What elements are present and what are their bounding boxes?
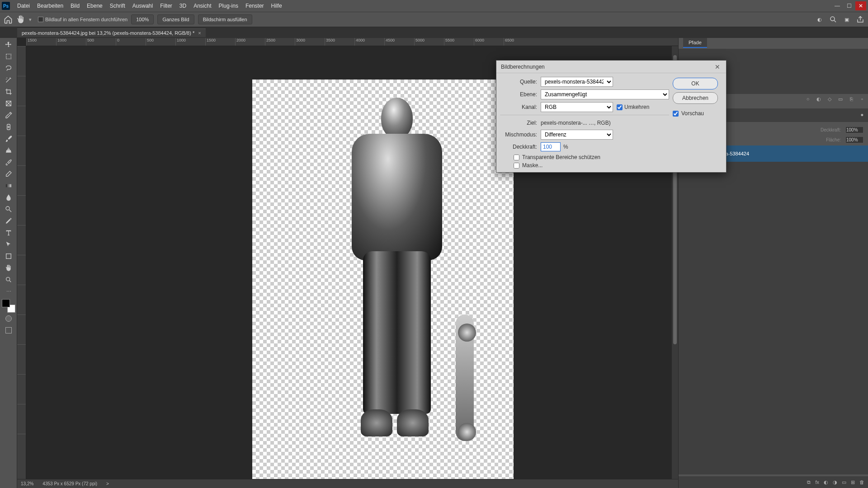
menu-filter[interactable]: Filter bbox=[156, 1, 176, 11]
clone-stamp-tool[interactable] bbox=[1, 145, 16, 156]
transparente-checkbox[interactable] bbox=[514, 155, 519, 160]
close-tab-icon[interactable]: × bbox=[198, 30, 201, 36]
hand-tool-icon[interactable] bbox=[16, 15, 25, 24]
link-icon[interactable]: ⎘ bbox=[847, 95, 855, 103]
opacity-label: Deckkraft: bbox=[821, 127, 841, 132]
marquee-tool[interactable] bbox=[1, 51, 16, 62]
quickmask-toggle[interactable] bbox=[1, 313, 16, 324]
brush-tool[interactable] bbox=[1, 133, 16, 145]
layers-list: els-monstera-5384424 bbox=[679, 145, 868, 474]
ruler-vertical[interactable] bbox=[17, 46, 26, 480]
menu-auswahl[interactable]: Auswahl bbox=[129, 1, 156, 11]
menu-schrift[interactable]: Schrift bbox=[106, 1, 129, 11]
folder-icon[interactable]: ▭ bbox=[836, 95, 844, 103]
dodge-tool[interactable] bbox=[1, 203, 16, 215]
vorschau-label: Vorschau bbox=[681, 110, 704, 117]
new-layer-icon[interactable]: ⊞ bbox=[851, 479, 855, 485]
umkehren-checkbox[interactable] bbox=[617, 104, 623, 110]
frame-tool[interactable] bbox=[1, 98, 16, 109]
crop-tool[interactable] bbox=[1, 86, 16, 98]
quelle-select[interactable]: pexels-monstera-5384424… bbox=[541, 77, 613, 87]
menu-ansicht[interactable]: Ansicht bbox=[190, 1, 215, 11]
zoom-tool[interactable] bbox=[1, 274, 16, 286]
mask-icon[interactable]: ◐ bbox=[815, 95, 823, 103]
document-tab[interactable]: pexels-monstera-5384424.jpg bei 13,2% (p… bbox=[17, 28, 206, 37]
close-button[interactable]: ✕ bbox=[855, 1, 866, 10]
toolbox: ⋯ bbox=[0, 38, 17, 488]
share-icon[interactable] bbox=[856, 15, 864, 23]
minimize-button[interactable]: — bbox=[832, 1, 843, 10]
healing-brush-tool[interactable] bbox=[1, 121, 16, 133]
menu-bearbeiten[interactable]: Bearbeiten bbox=[33, 1, 67, 11]
fx-icon[interactable]: fx bbox=[815, 479, 819, 485]
blur-tool[interactable] bbox=[1, 192, 16, 203]
screenmode-toggle[interactable] bbox=[1, 324, 16, 336]
ziel-label: Ziel: bbox=[500, 120, 541, 126]
deckkraft-label: Deckkraft: bbox=[500, 144, 541, 150]
ok-button[interactable]: OK bbox=[673, 78, 718, 89]
magic-wand-tool[interactable] bbox=[1, 74, 16, 86]
ebene-select[interactable]: Zusammengefügt bbox=[541, 89, 669, 99]
search-icon[interactable] bbox=[829, 15, 837, 23]
more-tools[interactable]: ⋯ bbox=[1, 286, 16, 297]
status-chevron-icon[interactable]: > bbox=[106, 481, 109, 486]
abbrechen-button[interactable]: Abbrechen bbox=[673, 92, 718, 104]
color-swatches[interactable] bbox=[2, 299, 15, 313]
umkehren-label: Umkehren bbox=[624, 104, 649, 110]
vorschau-checkbox[interactable] bbox=[673, 111, 679, 117]
eyedropper-tool[interactable] bbox=[1, 109, 16, 121]
menu-fenster[interactable]: Fenster bbox=[242, 1, 268, 11]
history-brush-tool[interactable] bbox=[1, 156, 16, 168]
opacity-input[interactable] bbox=[845, 127, 863, 133]
menu-hilfe[interactable]: Hilfe bbox=[268, 1, 286, 11]
lasso-tool[interactable] bbox=[1, 62, 16, 74]
mischmodus-select[interactable]: Differenz bbox=[541, 130, 613, 140]
fx-icon[interactable]: ▫ bbox=[858, 95, 866, 103]
link-layers-icon[interactable]: ⧉ bbox=[807, 479, 811, 485]
percent-label: % bbox=[563, 144, 568, 150]
ruler-horizontal[interactable]: 1500100050005001000150020002500300035004… bbox=[26, 38, 678, 46]
fill-screen-button[interactable]: Bildschirm ausfüllen bbox=[198, 14, 252, 24]
zoom-100-button[interactable]: 100% bbox=[131, 14, 154, 24]
adjustment-icon[interactable]: ◑ bbox=[833, 479, 837, 485]
dialog-close-icon[interactable]: ✕ bbox=[713, 63, 722, 71]
layers-footer: ⧉ fx ◐ ◑ ▭ ⊞ 🗑 bbox=[679, 476, 868, 488]
type-tool[interactable] bbox=[1, 227, 16, 239]
workspace-icon[interactable]: ▣ bbox=[843, 15, 851, 23]
menu-ebene[interactable]: Ebene bbox=[83, 1, 106, 11]
pen-tool[interactable] bbox=[1, 215, 16, 227]
fit-image-button[interactable]: Ganzes Bild bbox=[157, 14, 194, 24]
shape-tool[interactable] bbox=[1, 250, 16, 262]
menu-plugins[interactable]: Plug-ins bbox=[215, 1, 242, 11]
gradient-tool[interactable] bbox=[1, 180, 16, 192]
deckkraft-input[interactable] bbox=[541, 142, 561, 151]
transparente-label: Transparente Bereiche schützen bbox=[522, 154, 600, 160]
hand-tool[interactable] bbox=[1, 262, 16, 274]
cloud-icon[interactable]: ◐ bbox=[816, 15, 824, 23]
path-select-tool[interactable] bbox=[1, 239, 16, 250]
kanal-select[interactable]: RGB bbox=[541, 102, 613, 112]
scroll-all-windows-checkbox[interactable]: Bildlauf in allen Fenstern durchführen bbox=[38, 17, 127, 22]
mask-icon[interactable]: ◐ bbox=[824, 479, 828, 485]
menu-datei[interactable]: Datei bbox=[14, 1, 33, 11]
menu-bild[interactable]: Bild bbox=[67, 1, 83, 11]
document-tab-label: pexels-monstera-5384424.jpg bei 13,2% (p… bbox=[22, 30, 194, 36]
group-icon[interactable]: ▭ bbox=[842, 479, 846, 485]
zoom-level[interactable]: 13,2% bbox=[21, 481, 33, 486]
ebene-label: Ebene: bbox=[500, 91, 541, 98]
chevron-down-icon[interactable]: ▾ bbox=[29, 17, 32, 23]
adjustment-icon[interactable]: ◇ bbox=[826, 95, 834, 103]
circle-icon[interactable]: ○ bbox=[804, 95, 812, 103]
delete-icon[interactable]: 🗑 bbox=[859, 479, 864, 485]
maximize-button[interactable]: ☐ bbox=[844, 1, 854, 10]
panel-tab-pfade[interactable]: Pfade bbox=[683, 38, 707, 48]
fill-label: Fläche: bbox=[826, 137, 841, 142]
move-tool[interactable] bbox=[1, 39, 16, 51]
fill-input[interactable] bbox=[845, 136, 863, 143]
dialog-titlebar[interactable]: Bildberechnungen ✕ bbox=[496, 61, 726, 73]
eraser-tool[interactable] bbox=[1, 168, 16, 180]
maske-checkbox[interactable] bbox=[514, 163, 519, 169]
main-menu: Datei Bearbeiten Bild Ebene Schrift Ausw… bbox=[14, 1, 286, 11]
menu-3d[interactable]: 3D bbox=[176, 1, 190, 11]
home-icon[interactable] bbox=[4, 15, 13, 24]
